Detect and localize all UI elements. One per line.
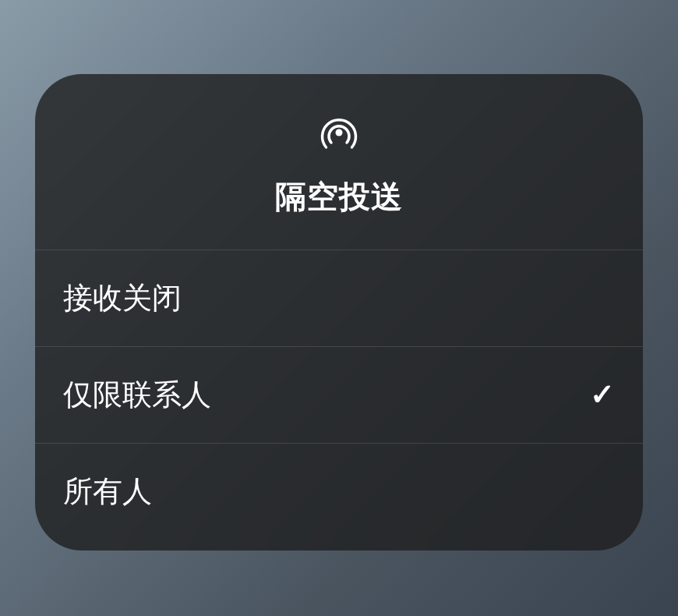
option-label: 接收关闭 xyxy=(63,278,182,318)
option-receiving-off[interactable]: 接收关闭 ✓ xyxy=(35,250,643,347)
option-contacts-only[interactable]: 仅限联系人 ✓ xyxy=(35,347,643,444)
airdrop-settings-panel: 隔空投送 接收关闭 ✓ 仅限联系人 ✓ 所有人 ✓ xyxy=(35,74,643,551)
checkmark-icon: ✓ xyxy=(590,377,615,412)
panel-title: 隔空投送 xyxy=(275,175,403,218)
svg-point-0 xyxy=(336,129,343,136)
airdrop-icon xyxy=(318,112,360,154)
option-label: 所有人 xyxy=(63,472,152,512)
option-everyone[interactable]: 所有人 ✓ xyxy=(35,444,643,551)
option-label: 仅限联系人 xyxy=(63,375,211,415)
panel-header: 隔空投送 xyxy=(35,74,643,250)
